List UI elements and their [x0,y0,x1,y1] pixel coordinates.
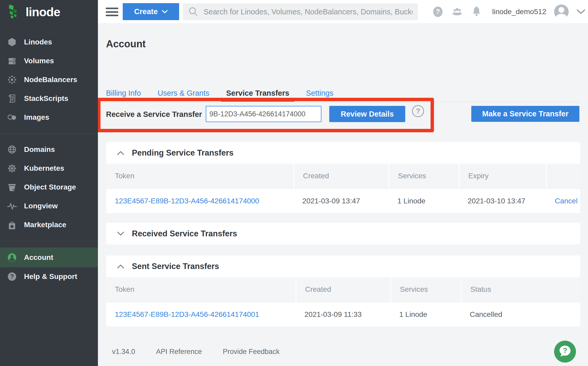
create-button-label: Create [134,7,158,16]
pending-transfers-table: Token Created Services Expiry 123E4567-E… [106,164,580,213]
community-icon[interactable] [451,6,463,18]
avatar-head [558,7,564,13]
chat-question-icon: ? [554,340,576,363]
cancel-transfer-link[interactable]: Cancel [555,197,578,205]
main-content: Account Billing Info Users & Grants Serv… [98,24,588,366]
tabs-divider [106,102,579,102]
app-version[interactable]: v1.34.0 [112,348,135,356]
create-button[interactable]: Create [123,3,179,20]
images-icon [7,112,17,122]
avatar[interactable] [554,4,569,19]
tab-users-grants[interactable]: Users & Grants [152,84,215,102]
sidebar-item-account[interactable]: Account [0,248,98,267]
sidebar-item-marketplace[interactable]: Marketplace [0,215,98,234]
nodebalancers-icon [7,75,17,85]
column-header-expiry: Expiry [459,164,546,188]
pending-transfers-header[interactable]: Pending Service Transfers [106,142,580,164]
api-reference-link[interactable]: API Reference [156,348,202,356]
tab-bar: Billing Info Users & Grants Service Tran… [101,84,339,102]
sidebar-item-label: Kubernetes [24,164,64,173]
sidebar-item-label: Images [24,113,49,122]
tab-settings[interactable]: Settings [301,84,339,102]
sidebar-divider [0,241,98,241]
sidebar-item-linodes[interactable]: Linodes [0,33,98,52]
column-header-services: Services [389,164,459,188]
search-icon [188,6,199,17]
sidebar-item-volumes[interactable]: Volumes [0,52,98,70]
notifications-bell-icon[interactable] [471,6,482,18]
table-row: 123E4567-E89B-12D3-A456-426614174000 202… [106,188,580,213]
column-header-created: Created [294,164,389,188]
search-bar [183,3,418,20]
collapse-chevron-up-icon[interactable] [117,151,124,155]
pending-created-cell: 2021-03-09 13:47 [294,188,389,213]
table-header-row: Token Created Services Expiry [106,164,580,188]
question-circle-icon: ? [7,272,17,282]
sidebar-item-images[interactable]: Images [0,108,98,127]
linodes-icon [7,37,17,47]
provide-feedback-link[interactable]: Provide Feedback [223,348,280,356]
tab-billing-info[interactable]: Billing Info [101,84,146,102]
tab-service-transfers[interactable]: Service Transfers [221,84,295,102]
received-transfers-title: Received Service Transfers [132,229,237,238]
sent-token-link[interactable]: 123E4567-E89B-12D3-A456-426614174001 [115,310,259,318]
sidebar-item-label: Help & Support [24,272,77,281]
collapse-chevron-up-icon[interactable] [117,264,124,268]
sent-created-cell: 2021-03-09 11:33 [296,302,391,327]
sidebar-item-kubernetes[interactable]: Kubernetes [0,159,98,178]
sidebar-item-longview[interactable]: Longview [0,197,98,215]
sidebar-item-help-support[interactable]: ? Help & Support [0,267,98,286]
review-details-button[interactable]: Review Details [329,106,405,122]
help-chat-button[interactable]: ? [554,340,576,363]
help-icon[interactable]: ? [432,6,444,18]
sidebar-item-nodebalancers[interactable]: NodeBalancers [0,70,98,89]
column-header-services: Services [391,277,461,302]
make-service-transfer-button[interactable]: Make a Service Transfer [471,106,579,122]
chevron-down-icon [162,10,168,14]
column-header-token: Token [106,277,296,302]
marketplace-icon [7,220,17,230]
receive-transfer-label: Receive a Service Transfer [106,110,202,119]
pending-transfers-title: Pending Service Transfers [132,148,233,158]
sidebar-item-label: NodeBalancers [24,76,77,84]
sidebar-item-label: Marketplace [24,221,66,229]
menu-icon[interactable] [106,8,118,16]
sidebar-item-label: Longview [24,202,58,210]
sent-transfers-panel: Sent Service Transfers Token Created Ser… [106,255,580,326]
longview-icon [7,201,17,211]
footer: v1.34.0 API Reference Provide Feedback [112,348,280,356]
object-storage-icon [7,182,17,192]
sent-transfers-header[interactable]: Sent Service Transfers [106,255,580,277]
linode-logo[interactable]: linode [0,0,98,24]
topbar: Create ? linode_demo512 [98,0,588,24]
search-input[interactable] [204,8,413,16]
sidebar-item-label: Volumes [24,57,54,65]
svg-text:?: ? [563,346,567,354]
sidebar-item-domains[interactable]: Domains [0,140,98,159]
transfer-token-input[interactable] [206,106,321,122]
linode-logo-icon [7,4,21,20]
tab-label: Billing Info [106,89,141,98]
account-icon [7,253,17,262]
sent-status-cell: Cancelled [461,302,580,327]
pending-token-link[interactable]: 123E4567-E89B-12D3-A456-426614174000 [115,197,259,205]
sidebar-nav: Linodes Volumes NodeBalancers StackScrip… [0,24,98,286]
sidebar-item-stackscripts[interactable]: StackScripts [0,89,98,108]
transfer-help-icon[interactable]: ? [412,105,424,117]
sidebar-item-label: Object Storage [24,183,76,191]
expand-chevron-down-icon[interactable] [117,232,124,236]
sidebar-divider [0,133,98,134]
sidebar-item-label: Domains [24,145,55,154]
stackscripts-icon [7,94,17,104]
table-header-row: Token Created Services Status [106,277,580,302]
column-header-created: Created [296,277,391,302]
svg-text:?: ? [436,8,440,15]
account-menu-chevron-icon[interactable] [577,9,585,14]
sent-transfers-title: Sent Service Transfers [132,262,219,271]
sidebar-item-object-storage[interactable]: Object Storage [0,178,98,197]
received-transfers-header[interactable]: Received Service Transfers [106,223,580,244]
sidebar-item-label: Account [24,253,53,262]
logo-wordmark: linode [26,5,60,19]
username[interactable]: linode_demo512 [492,8,546,16]
linode-cloud-manager: linode Linodes Volumes NodeBalancers [0,0,588,366]
